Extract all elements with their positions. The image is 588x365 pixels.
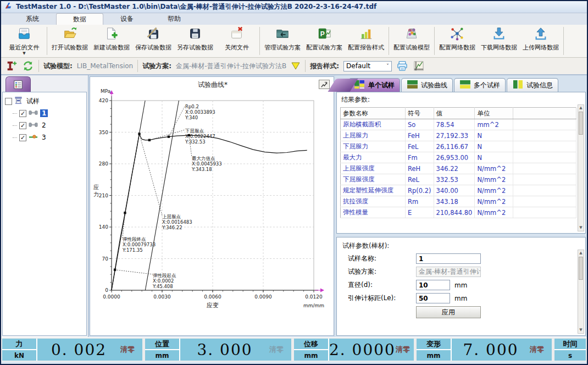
scheme-value: 金属-棒材-普通引伸计-拉伸试验方法B bbox=[176, 62, 286, 71]
scroll-down-icon[interactable]: ▼ bbox=[579, 225, 582, 231]
refresh-button[interactable] bbox=[22, 60, 34, 72]
readout-位移: 位移mm2. 0000清零 bbox=[294, 339, 414, 361]
unit-label: mm bbox=[454, 281, 467, 289]
menu-item-系统[interactable]: 系统 bbox=[9, 13, 56, 25]
svg-text:0.0120: 0.0120 bbox=[305, 294, 323, 300]
tab-试验曲线[interactable]: 试验曲线 bbox=[401, 78, 453, 92]
model-bag-button[interactable]: 配置试验模型 bbox=[391, 25, 432, 57]
apply-button[interactable]: 应用 bbox=[416, 306, 481, 318]
main-area: 试样✓1✓2✓3 0701402102803504200.00000.00300… bbox=[1, 75, 587, 337]
zero-button[interactable]: 清零 bbox=[530, 339, 552, 361]
menu-item-数据[interactable]: 数据 bbox=[56, 13, 103, 25]
chart-tool-button[interactable] bbox=[319, 80, 330, 89]
results-scrollbar[interactable]: ▲ ▼ bbox=[578, 104, 584, 231]
results-table: 参数名称符号值单位原始横截面积So78.54mm^2上屈服力FeH27,192.… bbox=[340, 107, 576, 218]
menu-item-设备[interactable]: 设备 bbox=[103, 13, 151, 25]
svg-text:应变: 应变 bbox=[207, 302, 219, 309]
close-file-button[interactable]: 关闭文件 bbox=[216, 25, 258, 57]
list-icon bbox=[13, 80, 23, 90]
svg-text:下屈服点: 下屈服点 bbox=[185, 128, 204, 134]
scroll-thumb[interactable] bbox=[579, 257, 583, 280]
results-row: 规定塑性延伸强度Rp(0.2)340.00N/mm^2 bbox=[341, 185, 576, 196]
results-label: 结果参数: bbox=[341, 95, 576, 104]
secondary-toolbar: 试验模型: LIB_MetalTension 试验方案: 金属-棒材-普通引伸计… bbox=[1, 58, 587, 75]
title-bar: TestMaster 1.0 - D:\TestMaster 1.0\bin\D… bbox=[1, 1, 587, 13]
manage-folder-button[interactable]: 管理试验方案 bbox=[262, 25, 303, 57]
直径(d)-input[interactable]: 10 bbox=[416, 280, 450, 290]
tree-root[interactable]: 试样 bbox=[5, 95, 84, 107]
tab-info-icon bbox=[512, 80, 524, 91]
readout-value: 7. 000 bbox=[452, 339, 530, 361]
toolbar-separator bbox=[137, 60, 138, 72]
menu-item-帮助[interactable]: 帮助 bbox=[151, 13, 198, 25]
results-header-row: 参数名称符号值单位 bbox=[341, 108, 576, 119]
scroll-thumb[interactable] bbox=[579, 112, 583, 135]
save-as-icon bbox=[188, 26, 202, 42]
tab-多个试样[interactable]: 多个试样 bbox=[454, 78, 506, 92]
checkbox[interactable]: ✓ bbox=[19, 122, 26, 129]
tree-item-1[interactable]: ✓1 bbox=[13, 107, 84, 119]
results-row: 弹性模量E210,844.80N/mm^2 bbox=[341, 207, 576, 218]
tab-试验信息[interactable]: 试验信息 bbox=[507, 78, 558, 92]
svg-text:Y:343.18: Y:343.18 bbox=[191, 167, 212, 172]
save-edit-button[interactable]: 保存试验数据 bbox=[132, 25, 174, 57]
svg-text:弹性段起点: 弹性段起点 bbox=[153, 273, 176, 278]
report-bars-icon bbox=[359, 26, 373, 42]
add-specimen-button[interactable] bbox=[5, 60, 18, 72]
zero-button[interactable]: 清零 bbox=[269, 339, 291, 361]
new-file-button[interactable]: 新建试验数据 bbox=[91, 25, 132, 57]
project-p-button[interactable]: P配置试验方案 bbox=[303, 25, 345, 57]
report-style-select[interactable]: Default ˅ bbox=[343, 61, 392, 71]
specimen-params-title: 试样参数(棒材): bbox=[342, 241, 576, 251]
chevron-down-icon: ˅ bbox=[386, 63, 389, 69]
scroll-up-icon[interactable]: ▲ bbox=[579, 105, 582, 111]
readout-bar: 力kN0. 002清零位置mm3. 000清零位移mm2. 0000清零变形mm… bbox=[1, 337, 587, 362]
tree-item-3[interactable]: ✓3 bbox=[13, 131, 84, 143]
svg-text:Rp0.2: Rp0.2 bbox=[185, 104, 199, 109]
scroll-down-icon[interactable]: ▼ bbox=[579, 327, 582, 333]
checkbox[interactable] bbox=[5, 98, 12, 105]
scheme-dropdown-triangle[interactable] bbox=[291, 62, 301, 70]
save-as-button[interactable]: 另存试验数据 bbox=[174, 25, 216, 57]
menu-bar: 系统数据设备帮助 bbox=[1, 13, 587, 25]
close-file-icon bbox=[230, 26, 244, 42]
zero-button[interactable]: 清零 bbox=[120, 339, 142, 361]
results-row: 下屈服力FeL26,116.67N bbox=[341, 141, 576, 152]
引伸计标距(Le)-input[interactable]: 50 bbox=[416, 293, 450, 303]
试样名称-input[interactable]: 1 bbox=[416, 253, 481, 264]
tree-tab[interactable] bbox=[5, 76, 31, 92]
svg-text:X:0.0002: X:0.0002 bbox=[153, 278, 174, 284]
checkbox[interactable]: ✓ bbox=[19, 110, 26, 117]
open-folder-button[interactable]: 打开试验数据 bbox=[49, 25, 91, 57]
result-tabs: 单个试样试验曲线多个试样试验信息 bbox=[336, 75, 586, 92]
report-bars-button[interactable]: 配置报告样式 bbox=[345, 25, 387, 57]
scheme-label: 试验方案: bbox=[142, 62, 171, 71]
svg-text:应: 应 bbox=[93, 184, 99, 190]
report-style-label: 报告样式: bbox=[310, 62, 339, 71]
tree-item-2[interactable]: ✓2 bbox=[13, 119, 84, 131]
svg-text:0.0000: 0.0000 bbox=[103, 294, 120, 300]
chevron-down-icon: ▼ bbox=[23, 52, 25, 55]
ribbon-toolbar: 最近的文件▼打开试验数据新建试验数据保存试验数据另存试验数据关闭文件管理试验方案… bbox=[1, 25, 587, 58]
specimen-broken-icon bbox=[29, 134, 38, 141]
recent-files-button[interactable]: 最近的文件▼ bbox=[3, 25, 45, 57]
field-row: 试样名称:1 bbox=[348, 253, 576, 264]
scroll-up-icon[interactable]: ▲ bbox=[579, 250, 582, 256]
specimen-scrollbar[interactable]: ▲ ▼ bbox=[578, 250, 584, 334]
app-icon bbox=[4, 2, 13, 12]
download-button[interactable]: 下载网络数据 bbox=[478, 25, 520, 57]
download-icon bbox=[492, 26, 506, 42]
specimen-icon bbox=[29, 121, 38, 129]
toolbar-separator bbox=[305, 60, 306, 72]
readout-变形: 变形mm7. 000清零 bbox=[417, 339, 552, 361]
checkbox[interactable]: ✓ bbox=[19, 134, 26, 141]
print-report-button[interactable] bbox=[396, 60, 408, 72]
specimen-icon bbox=[29, 109, 38, 117]
results-panel: 结果参数: 参数名称符号值单位原始横截面积So78.54mm^2上屈服力FeH2… bbox=[336, 92, 586, 234]
report-curve-button[interactable] bbox=[413, 60, 425, 72]
upload-button[interactable]: 上传网络数据 bbox=[520, 25, 562, 57]
svg-text:P: P bbox=[320, 30, 325, 38]
svg-text:X:0.0033893: X:0.0033893 bbox=[185, 109, 215, 115]
network-nodes-button[interactable]: 配置网络数据 bbox=[436, 25, 478, 57]
zero-button[interactable]: 清零 bbox=[396, 339, 414, 361]
